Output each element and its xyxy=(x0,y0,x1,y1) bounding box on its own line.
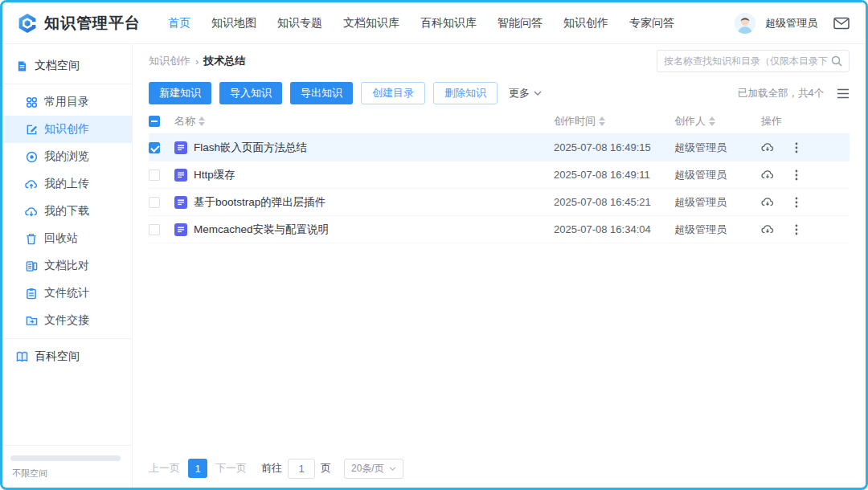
table-row[interactable]: Flash嵌入页面方法总结 2025-07-08 16:49:15 超级管理员 xyxy=(149,134,850,161)
knowledge-name[interactable]: 基于bootstrap的弹出层插件 xyxy=(194,195,326,210)
sidebar-footer: 不限空间 xyxy=(2,445,132,488)
select-all-checkbox[interactable] xyxy=(149,116,160,127)
more-label: 更多 xyxy=(509,86,530,100)
knowledge-name[interactable]: Http缓存 xyxy=(194,168,235,182)
creator: 超级管理员 xyxy=(674,223,761,237)
create-directory-button[interactable]: 创建目录 xyxy=(361,82,425,104)
sort-icon[interactable] xyxy=(599,116,605,126)
goto-page-input[interactable] xyxy=(288,459,315,479)
row-checkbox[interactable] xyxy=(149,169,160,181)
stats-icon xyxy=(25,287,38,300)
sidebar-item-doc-compare[interactable]: 文档比对 xyxy=(2,252,132,280)
nav-item-wiki-kb[interactable]: 百科知识库 xyxy=(420,16,477,31)
main-content: 知识创作 › 技术总结 新建知识 导入知识 导出知识 创建目录 删除知识 xyxy=(133,44,866,488)
knowledge-name[interactable]: Memcached安装与配置说明 xyxy=(194,223,329,237)
sidebar-item-label: 我的上传 xyxy=(44,177,89,191)
search-box xyxy=(657,50,850,72)
column-header-creator[interactable]: 创作人 xyxy=(674,114,706,129)
more-dots-icon[interactable] xyxy=(795,224,798,235)
nav-item-knowledge-map[interactable]: 知识地图 xyxy=(211,16,256,31)
sidebar-item-my-uploads[interactable]: 我的上传 xyxy=(2,170,132,198)
column-header-time[interactable]: 创作时间 xyxy=(554,114,596,129)
cloud-upload-icon xyxy=(25,178,38,190)
nav-item-knowledge-topic[interactable]: 知识专题 xyxy=(277,16,322,31)
search-input[interactable] xyxy=(664,55,828,67)
nav-item-knowledge-create[interactable]: 知识创作 xyxy=(563,16,608,31)
sidebar-item-label: 知识创作 xyxy=(44,122,89,137)
download-icon[interactable] xyxy=(761,142,774,153)
current-page-button[interactable]: 1 xyxy=(188,459,207,478)
sort-icon[interactable] xyxy=(199,116,205,126)
creator: 超级管理员 xyxy=(674,141,761,155)
next-page-button[interactable]: 下一页 xyxy=(215,461,247,476)
search-icon[interactable] xyxy=(831,55,842,67)
row-checkbox[interactable] xyxy=(149,197,160,208)
sidebar-item-file-stats[interactable]: 文件统计 xyxy=(2,280,132,307)
import-knowledge-button[interactable]: 导入知识 xyxy=(219,82,282,104)
table-row[interactable]: Memcached安装与配置说明 2025-07-08 16:34:04 超级管… xyxy=(149,216,850,243)
more-dots-icon[interactable] xyxy=(795,197,798,208)
app-title: 知识管理平台 xyxy=(44,13,141,34)
knowledge-doc-icon xyxy=(174,169,187,182)
table-row[interactable]: Http缓存 2025-07-08 16:49:11 超级管理员 xyxy=(149,161,850,189)
sidebar-item-wiki-space[interactable]: 百科空间 xyxy=(2,343,132,370)
breadcrumb-parent[interactable]: 知识创作 xyxy=(149,54,190,68)
new-knowledge-button[interactable]: 新建知识 xyxy=(149,82,211,104)
page-unit-label: 页 xyxy=(321,461,331,476)
created-time: 2025-07-08 16:34:04 xyxy=(554,223,674,235)
column-header-name[interactable]: 名称 xyxy=(174,114,195,129)
column-header-actions: 操作 xyxy=(761,114,782,129)
nav-item-smart-qa[interactable]: 智能问答 xyxy=(497,16,542,31)
nav-item-expert-qa[interactable]: 专家问答 xyxy=(629,16,674,31)
sidebar-item-my-browsing[interactable]: 我的浏览 xyxy=(2,143,132,170)
download-icon[interactable] xyxy=(761,197,774,207)
more-dots-icon[interactable] xyxy=(795,142,798,153)
row-checkbox[interactable] xyxy=(149,142,160,153)
nav-item-home[interactable]: 首页 xyxy=(168,16,190,31)
compare-icon xyxy=(25,259,38,272)
prev-page-button[interactable]: 上一页 xyxy=(149,461,180,476)
page-size-value: 20条/页 xyxy=(351,462,384,476)
knowledge-name[interactable]: Flash嵌入页面方法总结 xyxy=(194,141,307,155)
sidebar-item-label: 文件交接 xyxy=(44,313,89,328)
breadcrumb: 知识创作 › 技术总结 xyxy=(149,54,245,68)
list-view-icon[interactable] xyxy=(837,88,850,99)
page-size-select[interactable]: 20条/页 xyxy=(344,459,403,479)
creator: 超级管理员 xyxy=(674,168,761,182)
row-checkbox[interactable] xyxy=(149,224,160,235)
more-menu-button[interactable]: 更多 xyxy=(509,86,542,100)
export-knowledge-button[interactable]: 导出知识 xyxy=(290,82,353,104)
sidebar-item-label: 常用目录 xyxy=(44,95,89,109)
book-icon xyxy=(15,350,28,363)
pagination: 上一页 1 下一页 前往 页 20条/页 xyxy=(149,449,850,488)
mail-icon[interactable] xyxy=(833,17,850,30)
nav-item-doc-kb[interactable]: 文档知识库 xyxy=(343,16,399,31)
creator: 超级管理员 xyxy=(674,195,761,210)
created-time: 2025-07-08 16:45:21 xyxy=(554,196,674,208)
avatar[interactable] xyxy=(735,13,755,34)
breadcrumb-current: 技术总结 xyxy=(203,54,245,68)
table-row[interactable]: 基于bootstrap的弹出层插件 2025-07-08 16:45:21 超级… xyxy=(149,189,850,216)
more-dots-icon[interactable] xyxy=(795,169,798,181)
chevron-down-icon xyxy=(534,91,542,96)
sidebar-item-label: 我的下载 xyxy=(44,204,89,218)
knowledge-doc-icon xyxy=(174,223,187,236)
user-name[interactable]: 超级管理员 xyxy=(765,16,817,31)
top-header: 知识管理平台 首页 知识地图 知识专题 文档知识库 百科知识库 智能问答 知识创… xyxy=(2,2,866,44)
trash-icon xyxy=(25,232,38,245)
sidebar-item-knowledge-create[interactable]: 知识创作 xyxy=(2,116,132,143)
download-icon[interactable] xyxy=(761,224,774,235)
delete-knowledge-button[interactable]: 删除知识 xyxy=(433,82,497,104)
toolbar: 新建知识 导入知识 导出知识 创建目录 删除知识 更多 已加载全部，共4个 xyxy=(149,78,850,108)
sidebar-item-common-dirs[interactable]: 常用目录 xyxy=(2,88,132,116)
sort-icon[interactable] xyxy=(709,116,715,126)
sidebar-item-recycle-bin[interactable]: 回收站 xyxy=(2,225,132,252)
created-time: 2025-07-08 16:49:11 xyxy=(554,169,674,181)
sidebar-item-doc-space[interactable]: 文档空间 xyxy=(2,52,132,80)
download-icon[interactable] xyxy=(761,169,774,180)
sidebar-item-file-handover[interactable]: 文件交接 xyxy=(2,307,132,334)
app-window: 知识管理平台 首页 知识地图 知识专题 文档知识库 百科知识库 智能问答 知识创… xyxy=(0,0,868,490)
storage-label: 不限空间 xyxy=(10,468,121,480)
sidebar-item-my-downloads[interactable]: 我的下载 xyxy=(2,198,132,225)
top-nav: 首页 知识地图 知识专题 文档知识库 百科知识库 智能问答 知识创作 专家问答 xyxy=(168,16,674,31)
